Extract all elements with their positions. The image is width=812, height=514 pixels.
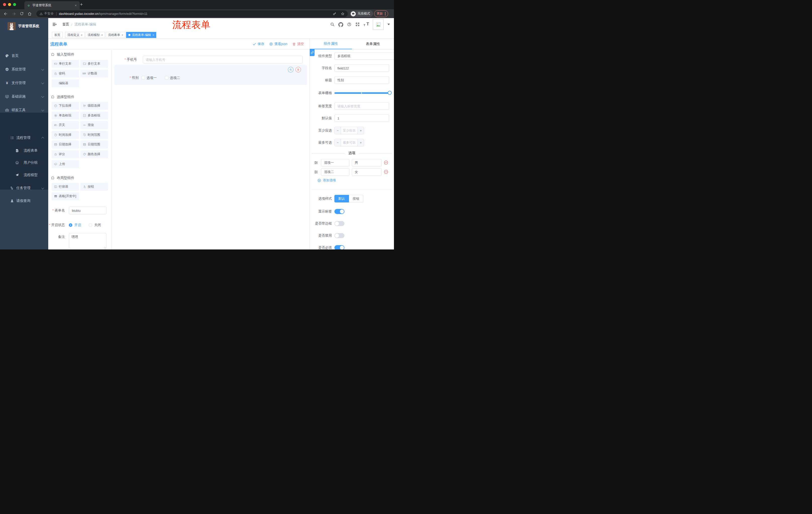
slider-handle[interactable]: [388, 91, 392, 95]
tag-process-definition[interactable]: 流程定义 ×: [65, 32, 85, 38]
component-type-select[interactable]: 多选框组: [335, 52, 394, 60]
resize-handle[interactable]: [104, 247, 106, 249]
component-item-date-range[interactable]: 日期范围: [80, 141, 108, 148]
sidebar-item-task-management[interactable]: 任务管理: [0, 181, 48, 195]
sidebar-item-process-model[interactable]: 流程模型: [0, 169, 48, 181]
tag-process-form-edit[interactable]: 流程表单-编辑 ×: [126, 32, 156, 38]
component-item-color-picker[interactable]: 颜色选择: [80, 151, 108, 158]
checkbox-option-2-label[interactable]: 选项二: [170, 76, 180, 80]
tag-home[interactable]: 首页: [52, 32, 63, 38]
sidebar-item-user-group[interactable]: 用户分组: [0, 157, 48, 169]
help-question-icon[interactable]: [347, 22, 351, 27]
component-item-button[interactable]: 按钮: [80, 183, 108, 191]
bookmark-star-icon[interactable]: [341, 12, 345, 16]
close-tag-icon[interactable]: ×: [101, 33, 103, 36]
selected-component-checkbox-group[interactable]: 性别 选项一 选项二: [114, 65, 307, 85]
option-1-value-input[interactable]: [352, 159, 382, 166]
component-item-textarea[interactable]: 多行文本: [80, 60, 108, 67]
status-on-label[interactable]: 开启: [75, 223, 81, 227]
password-key-icon[interactable]: [332, 12, 337, 16]
remove-option-icon[interactable]: [384, 169, 388, 174]
component-item-cascader[interactable]: 级联选择: [80, 102, 108, 110]
home-icon[interactable]: [27, 11, 32, 16]
delete-component-button[interactable]: [295, 67, 301, 73]
required-toggle[interactable]: [335, 245, 344, 249]
component-item-row-container[interactable]: 行容器: [52, 183, 79, 191]
sidebar-item-payment[interactable]: ¥ 支付管理: [0, 76, 48, 90]
close-tab-icon[interactable]: ×: [74, 3, 77, 7]
font-size-icon[interactable]: [364, 22, 369, 27]
form-remark-textarea[interactable]: 嘿嘿: [69, 233, 107, 248]
view-json-button[interactable]: 查看json: [269, 42, 287, 46]
checkbox-option-1[interactable]: [141, 76, 145, 79]
browser-update-button[interactable]: 更新: [374, 10, 388, 17]
max-select-value[interactable]: 最多可选: [341, 139, 357, 146]
sidebar-item-home[interactable]: 首页: [0, 49, 48, 63]
component-item-select[interactable]: 下拉选择: [52, 102, 79, 110]
remove-option-icon[interactable]: [384, 160, 388, 165]
security-chip[interactable]: 不安全: [39, 11, 54, 16]
component-item-counter[interactable]: 计数器: [80, 70, 108, 77]
component-item-table[interactable]: 表格[开发中]: [52, 192, 79, 200]
close-tag-icon[interactable]: ×: [122, 33, 123, 36]
browser-menu-icon[interactable]: [385, 12, 386, 15]
style-default-button[interactable]: 默认: [335, 195, 349, 202]
tab-component-properties[interactable]: 组件属性: [310, 39, 352, 49]
copy-component-button[interactable]: [288, 67, 293, 73]
phone-input[interactable]: [143, 56, 303, 63]
breadcrumb-home[interactable]: 首页: [62, 22, 69, 27]
component-item-input-text[interactable]: 单行文本: [52, 60, 79, 67]
component-item-upload[interactable]: 上传: [52, 160, 79, 168]
field-name-input[interactable]: [335, 64, 389, 72]
reload-icon[interactable]: [20, 11, 24, 16]
decrease-button[interactable]: −: [335, 139, 341, 146]
search-icon[interactable]: [330, 22, 335, 27]
component-item-checkbox-group[interactable]: 多选框组: [80, 112, 108, 119]
checkbox-option-2[interactable]: [165, 76, 168, 79]
increase-button[interactable]: +: [357, 139, 364, 146]
zoom-window-button[interactable]: [13, 3, 16, 6]
drag-handle-icon[interactable]: [314, 170, 318, 174]
forward-icon[interactable]: [11, 11, 16, 16]
tab-form-properties[interactable]: 表单属性: [352, 39, 394, 49]
sidebar-item-leave-query[interactable]: 请假查询: [0, 194, 48, 208]
disabled-toggle[interactable]: [335, 233, 344, 238]
min-select-value[interactable]: 至少应选: [341, 127, 357, 134]
tag-process-form[interactable]: 流程表单 ×: [106, 32, 125, 38]
sidebar-item-process-management[interactable]: 流程管理: [0, 131, 48, 144]
tag-process-model[interactable]: 流程模型 ×: [85, 32, 105, 38]
show-label-toggle[interactable]: [335, 209, 344, 214]
component-item-time-range[interactable]: 时间范围: [80, 131, 108, 139]
component-item-password[interactable]: 密码: [52, 70, 79, 77]
component-item-date-picker[interactable]: 日期选择: [52, 141, 79, 148]
component-item-switch[interactable]: 开关: [52, 121, 79, 129]
fullscreen-icon[interactable]: [355, 22, 360, 27]
browser-tab[interactable]: 芋道管理系统 ×: [24, 1, 80, 9]
close-tag-icon[interactable]: ×: [81, 33, 82, 36]
style-button-button[interactable]: 按钮: [349, 195, 363, 202]
component-item-slider[interactable]: 滑块: [80, 121, 108, 129]
back-icon[interactable]: [3, 11, 8, 16]
decrease-button[interactable]: −: [335, 127, 341, 134]
checkbox-option-1-label[interactable]: 选项一: [146, 76, 157, 80]
close-tag-icon[interactable]: ×: [152, 33, 154, 36]
minimize-window-button[interactable]: [8, 3, 11, 6]
avatar-caret-down-icon[interactable]: [387, 24, 390, 25]
border-toggle[interactable]: [335, 221, 344, 226]
sidebar-logo[interactable]: 芋道管理系统: [0, 20, 48, 32]
radio-off[interactable]: [89, 223, 92, 227]
new-tab-button[interactable]: +: [78, 2, 84, 7]
label-width-input[interactable]: [335, 102, 389, 110]
option-2-label-input[interactable]: [321, 168, 349, 176]
sidebar-item-system[interactable]: 系统管理: [0, 63, 48, 76]
github-icon[interactable]: [339, 22, 343, 27]
add-option-button[interactable]: 添加选项: [317, 178, 336, 183]
sidebar-item-process-form[interactable]: 流程表单: [0, 144, 48, 157]
sidebar-item-infrastructure[interactable]: 基础设施: [0, 90, 48, 103]
component-item-rate[interactable]: 评分: [52, 151, 79, 158]
component-item-time-picker[interactable]: 时间选择: [52, 131, 79, 139]
form-name-input[interactable]: [69, 207, 107, 214]
save-button[interactable]: 保存: [253, 42, 264, 46]
default-value-input[interactable]: [335, 114, 389, 122]
address-bar[interactable]: 不安全 dashboard.yudao.iocoder.cn/bpm/manag…: [36, 10, 348, 17]
